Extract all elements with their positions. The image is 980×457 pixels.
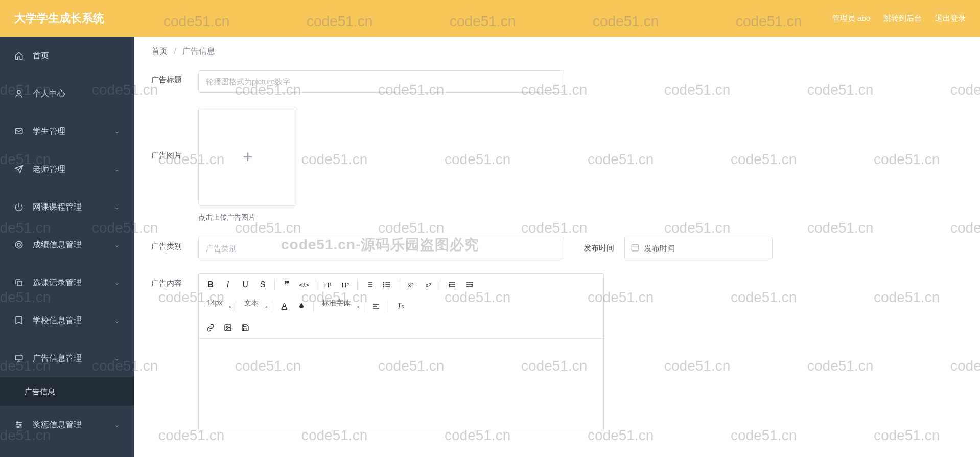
text-style-select[interactable]: 文本 <box>240 299 268 314</box>
link-logout[interactable]: 退出登录 <box>935 14 966 24</box>
subscript-icon[interactable]: x2 <box>403 277 418 292</box>
ordered-list-icon[interactable] <box>362 277 377 292</box>
mail-icon <box>14 127 24 136</box>
breadcrumb-sep: / <box>174 47 176 55</box>
label-ad-category: 广告类别 <box>151 237 198 252</box>
editor-toolbar: B I U S ❞ </> H1 H2 <box>199 274 603 339</box>
chevron-down-icon: ⌄ <box>114 203 120 211</box>
chevron-down-icon: ⌄ <box>114 355 120 362</box>
indent-left-icon[interactable] <box>445 277 460 292</box>
h2-icon[interactable]: H2 <box>338 277 353 292</box>
link-backstage[interactable]: 跳转到后台 <box>883 14 922 24</box>
input-ad-title[interactable] <box>198 70 564 93</box>
sidebar-subitem[interactable]: 广告信息 <box>0 377 134 406</box>
sidebar-item-0[interactable]: 首页 <box>0 37 134 75</box>
user-icon <box>14 89 24 98</box>
svg-point-7 <box>20 424 21 426</box>
sidebar-item-label: 广告信息管理 <box>33 353 114 364</box>
upload-ad-image[interactable]: + <box>198 107 297 206</box>
chevron-down-icon: ⌄ <box>114 279 120 286</box>
sidebar-item-6[interactable]: 选课记录管理⌄ <box>0 264 134 302</box>
breadcrumb-current: 广告信息 <box>182 47 215 55</box>
svg-point-14 <box>383 282 384 283</box>
chevron-down-icon: ⌄ <box>114 128 120 135</box>
svg-point-16 <box>383 286 384 287</box>
power-icon <box>14 202 24 212</box>
h1-icon[interactable]: H1 <box>320 277 336 292</box>
sidebar-item-label: 奖惩信息管理 <box>33 420 114 430</box>
image-icon[interactable] <box>220 320 236 335</box>
bg-color-icon[interactable] <box>294 299 309 314</box>
font-size-select[interactable]: 14px <box>203 299 231 314</box>
sidebar-item-label: 个人中心 <box>33 88 120 99</box>
align-icon[interactable] <box>368 299 384 314</box>
label-ad-image: 广告图片 <box>151 107 198 161</box>
svg-point-18 <box>226 326 228 328</box>
sidebar-item-7[interactable]: 学校信息管理⌄ <box>0 302 134 339</box>
sidebar-item-5[interactable]: 成绩信息管理⌄ <box>0 226 134 264</box>
plus-icon: + <box>243 147 253 167</box>
bold-icon[interactable]: B <box>203 277 218 292</box>
strike-icon[interactable]: S <box>255 277 270 292</box>
sidebar-item-2[interactable]: 学生管理⌄ <box>0 112 134 150</box>
sidebar-item-label: 成绩信息管理 <box>33 240 114 250</box>
app-title: 大学学生成长系统 <box>14 11 104 26</box>
link-icon[interactable] <box>203 320 218 335</box>
svg-point-2 <box>15 241 22 248</box>
sidebar-item-4[interactable]: 网课课程管理⌄ <box>0 188 134 226</box>
calendar-icon <box>631 243 640 252</box>
code-icon[interactable]: </> <box>296 277 312 292</box>
sidebar-item-label: 选课记录管理 <box>33 278 114 288</box>
font-family-select[interactable]: 标准字体 <box>318 299 360 314</box>
svg-point-15 <box>383 284 384 285</box>
sidebar-item-label: 老师管理 <box>33 164 114 175</box>
underline-icon[interactable]: U <box>238 277 253 292</box>
breadcrumb: 首页 / 广告信息 <box>151 46 965 57</box>
book-icon <box>14 316 24 325</box>
chevron-down-icon: ⌄ <box>114 317 120 324</box>
breadcrumb-home[interactable]: 首页 <box>151 47 168 55</box>
sidebar: 首页个人中心学生管理⌄老师管理⌄网课课程管理⌄成绩信息管理⌄选课记录管理⌄学校信… <box>0 37 134 457</box>
sidebar-item-label: 首页 <box>33 51 120 61</box>
sidebar-item-9[interactable]: 奖惩信息管理⌄ <box>0 406 134 444</box>
target-icon <box>14 240 24 249</box>
chevron-down-icon: ⌄ <box>114 166 120 173</box>
label-ad-title: 广告标题 <box>151 70 198 85</box>
sliders-icon <box>14 420 24 429</box>
font-color-icon[interactable]: A <box>276 299 292 314</box>
svg-point-0 <box>17 90 20 94</box>
indent-right-icon[interactable] <box>462 277 477 292</box>
home-icon <box>14 51 24 60</box>
input-pubtime[interactable] <box>624 237 773 259</box>
unordered-list-icon[interactable] <box>379 277 394 292</box>
main-content: 首页 / 广告信息 广告标题 广告图片 + 点击上传广告图片 广告类别 发布时间 <box>134 37 980 457</box>
admin-label[interactable]: 管理员 abo <box>832 14 870 24</box>
clear-format-icon[interactable]: Tx <box>392 299 408 314</box>
input-ad-category[interactable] <box>198 237 564 259</box>
sidebar-subitem-label: 广告信息 <box>25 387 55 397</box>
sidebar-item-3[interactable]: 老师管理⌄ <box>0 150 134 188</box>
sidebar-item-1[interactable]: 个人中心 <box>0 75 134 112</box>
sidebar-item-8[interactable]: 广告信息管理⌄ <box>0 339 134 377</box>
svg-rect-5 <box>15 355 22 360</box>
save-icon[interactable] <box>238 320 253 335</box>
quote-icon[interactable]: ❞ <box>279 277 294 292</box>
sidebar-item-label: 网课课程管理 <box>33 202 114 213</box>
svg-rect-13 <box>632 245 639 251</box>
chevron-down-icon: ⌄ <box>114 421 120 428</box>
italic-icon[interactable]: I <box>220 277 236 292</box>
sidebar-item-10[interactable]: 课程表管理⌄ <box>0 444 134 457</box>
svg-point-8 <box>17 426 19 428</box>
label-ad-content: 广告内容 <box>151 273 198 288</box>
rich-text-editor: B I U S ❞ </> H1 H2 <box>198 273 604 431</box>
copy-icon <box>14 278 24 287</box>
sidebar-item-label: 学校信息管理 <box>33 315 114 326</box>
svg-point-3 <box>17 243 20 246</box>
chevron-down-icon: ⌄ <box>114 241 120 248</box>
send-icon <box>14 165 24 174</box>
svg-rect-4 <box>17 281 22 286</box>
label-pubtime: 发布时间 <box>584 243 624 253</box>
app-header: 大学学生成长系统 管理员 abo 跳转到后台 退出登录 <box>0 0 980 37</box>
editor-body[interactable] <box>199 339 603 431</box>
superscript-icon[interactable]: x2 <box>421 277 436 292</box>
